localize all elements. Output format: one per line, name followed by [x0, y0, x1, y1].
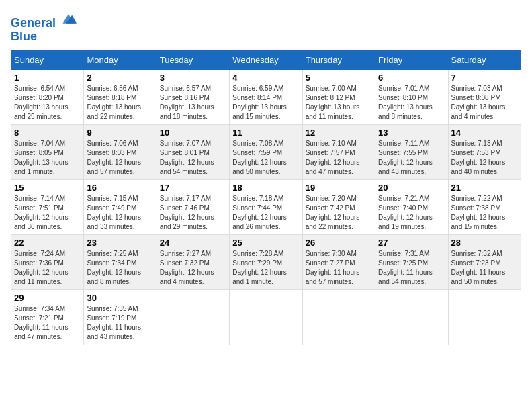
day-number: 2: [87, 73, 153, 83]
calendar-cell: [157, 289, 229, 345]
calendar-cell: [375, 289, 448, 345]
calendar-cell: 1Sunrise: 6:54 AMSunset: 8:20 PMDaylight…: [11, 69, 84, 124]
day-info: Sunrise: 7:08 AMSunset: 7:59 PMDaylight:…: [232, 139, 299, 177]
calendar-cell: 25Sunrise: 7:28 AMSunset: 7:29 PMDayligh…: [230, 234, 302, 289]
day-number: 28: [451, 238, 518, 248]
day-info: Sunrise: 7:01 AMSunset: 8:10 PMDaylight:…: [378, 84, 445, 122]
weekday-header: Sunday: [11, 50, 84, 69]
day-info: Sunrise: 7:24 AMSunset: 7:36 PMDaylight:…: [14, 249, 81, 287]
calendar-week-row: 1Sunrise: 6:54 AMSunset: 8:20 PMDaylight…: [11, 69, 521, 124]
calendar-cell: 11Sunrise: 7:08 AMSunset: 7:59 PMDayligh…: [230, 124, 302, 179]
day-number: 24: [160, 238, 226, 248]
day-info: Sunrise: 7:07 AMSunset: 8:01 PMDaylight:…: [160, 139, 226, 177]
logo-text: General: [11, 11, 77, 30]
day-number: 29: [14, 293, 81, 303]
day-number: 10: [160, 128, 226, 138]
day-number: 14: [451, 128, 518, 138]
day-info: Sunrise: 7:35 AMSunset: 7:19 PMDaylight:…: [87, 304, 153, 342]
logo-blue: Blue: [11, 30, 77, 44]
day-info: Sunrise: 7:28 AMSunset: 7:29 PMDaylight:…: [232, 249, 299, 287]
day-info: Sunrise: 7:00 AMSunset: 8:12 PMDaylight:…: [306, 84, 372, 122]
day-number: 15: [14, 183, 81, 193]
day-info: Sunrise: 7:04 AMSunset: 8:05 PMDaylight:…: [14, 139, 81, 177]
calendar-cell: 16Sunrise: 7:15 AMSunset: 7:49 PMDayligh…: [84, 179, 157, 234]
calendar-cell: 9Sunrise: 7:06 AMSunset: 8:03 PMDaylight…: [84, 124, 157, 179]
calendar-cell: 10Sunrise: 7:07 AMSunset: 8:01 PMDayligh…: [157, 124, 229, 179]
calendar-week-row: 22Sunrise: 7:24 AMSunset: 7:36 PMDayligh…: [11, 234, 521, 289]
day-info: Sunrise: 6:56 AMSunset: 8:18 PMDaylight:…: [87, 84, 153, 122]
calendar-cell: 7Sunrise: 7:03 AMSunset: 8:08 PMDaylight…: [448, 69, 521, 124]
day-info: Sunrise: 7:27 AMSunset: 7:32 PMDaylight:…: [160, 249, 226, 287]
calendar-cell: 6Sunrise: 7:01 AMSunset: 8:10 PMDaylight…: [375, 69, 448, 124]
day-number: 23: [87, 238, 153, 248]
calendar-cell: [448, 289, 521, 345]
day-number: 5: [306, 73, 372, 83]
calendar-cell: 12Sunrise: 7:10 AMSunset: 7:57 PMDayligh…: [302, 124, 375, 179]
day-info: Sunrise: 6:57 AMSunset: 8:16 PMDaylight:…: [160, 84, 226, 122]
day-number: 27: [378, 238, 445, 248]
day-number: 26: [306, 238, 372, 248]
calendar-cell: 19Sunrise: 7:20 AMSunset: 7:42 PMDayligh…: [302, 179, 375, 234]
day-info: Sunrise: 7:17 AMSunset: 7:46 PMDaylight:…: [160, 194, 226, 232]
calendar-cell: 30Sunrise: 7:35 AMSunset: 7:19 PMDayligh…: [84, 289, 157, 345]
calendar-cell: 4Sunrise: 6:59 AMSunset: 8:14 PMDaylight…: [230, 69, 302, 124]
day-info: Sunrise: 7:30 AMSunset: 7:27 PMDaylight:…: [306, 249, 372, 287]
day-info: Sunrise: 7:03 AMSunset: 8:08 PMDaylight:…: [451, 84, 518, 122]
day-number: 13: [378, 128, 445, 138]
day-info: Sunrise: 7:20 AMSunset: 7:42 PMDaylight:…: [306, 194, 372, 232]
calendar-week-row: 8Sunrise: 7:04 AMSunset: 8:05 PMDaylight…: [11, 124, 521, 179]
page-header: General Blue: [11, 11, 521, 44]
day-number: 30: [87, 293, 153, 303]
day-number: 4: [232, 73, 299, 83]
day-info: Sunrise: 7:11 AMSunset: 7:55 PMDaylight:…: [378, 139, 445, 177]
day-number: 25: [232, 238, 299, 248]
calendar-cell: 14Sunrise: 7:13 AMSunset: 7:53 PMDayligh…: [448, 124, 521, 179]
calendar-cell: 28Sunrise: 7:32 AMSunset: 7:23 PMDayligh…: [448, 234, 521, 289]
day-info: Sunrise: 7:13 AMSunset: 7:53 PMDaylight:…: [451, 139, 518, 177]
calendar-cell: 20Sunrise: 7:21 AMSunset: 7:40 PMDayligh…: [375, 179, 448, 234]
weekday-header: Saturday: [448, 50, 521, 69]
day-number: 7: [451, 73, 518, 83]
calendar-week-row: 15Sunrise: 7:14 AMSunset: 7:51 PMDayligh…: [11, 179, 521, 234]
logo: General Blue: [11, 11, 77, 44]
day-info: Sunrise: 6:59 AMSunset: 8:14 PMDaylight:…: [232, 84, 299, 122]
calendar-table: SundayMondayTuesdayWednesdayThursdayFrid…: [11, 50, 521, 345]
calendar-cell: [230, 289, 302, 345]
day-number: 16: [87, 183, 153, 193]
day-number: 11: [232, 128, 299, 138]
calendar-cell: 23Sunrise: 7:25 AMSunset: 7:34 PMDayligh…: [84, 234, 157, 289]
weekday-header-row: SundayMondayTuesdayWednesdayThursdayFrid…: [11, 50, 521, 69]
day-info: Sunrise: 7:18 AMSunset: 7:44 PMDaylight:…: [232, 194, 299, 232]
calendar-cell: 21Sunrise: 7:22 AMSunset: 7:38 PMDayligh…: [448, 179, 521, 234]
day-info: Sunrise: 7:32 AMSunset: 7:23 PMDaylight:…: [451, 249, 518, 287]
day-number: 12: [306, 128, 372, 138]
day-info: Sunrise: 7:34 AMSunset: 7:21 PMDaylight:…: [14, 304, 81, 342]
day-info: Sunrise: 7:06 AMSunset: 8:03 PMDaylight:…: [87, 139, 153, 177]
day-info: Sunrise: 7:10 AMSunset: 7:57 PMDaylight:…: [306, 139, 372, 177]
calendar-cell: 17Sunrise: 7:17 AMSunset: 7:46 PMDayligh…: [157, 179, 229, 234]
day-info: Sunrise: 7:15 AMSunset: 7:49 PMDaylight:…: [87, 194, 153, 232]
weekday-header: Thursday: [302, 50, 375, 69]
weekday-header: Tuesday: [157, 50, 229, 69]
day-info: Sunrise: 7:21 AMSunset: 7:40 PMDaylight:…: [378, 194, 445, 232]
calendar-cell: 15Sunrise: 7:14 AMSunset: 7:51 PMDayligh…: [11, 179, 84, 234]
weekday-header: Friday: [375, 50, 448, 69]
weekday-header: Wednesday: [230, 50, 302, 69]
day-info: Sunrise: 7:22 AMSunset: 7:38 PMDaylight:…: [451, 194, 518, 232]
day-number: 17: [160, 183, 226, 193]
calendar-cell: 13Sunrise: 7:11 AMSunset: 7:55 PMDayligh…: [375, 124, 448, 179]
day-number: 8: [14, 128, 81, 138]
day-info: Sunrise: 7:31 AMSunset: 7:25 PMDaylight:…: [378, 249, 445, 287]
weekday-header: Monday: [84, 50, 157, 69]
logo-general: General: [11, 16, 56, 30]
day-number: 6: [378, 73, 445, 83]
day-info: Sunrise: 7:25 AMSunset: 7:34 PMDaylight:…: [87, 249, 153, 287]
calendar-week-row: 29Sunrise: 7:34 AMSunset: 7:21 PMDayligh…: [11, 289, 521, 345]
day-number: 22: [14, 238, 81, 248]
logo-icon: [60, 11, 77, 27]
day-info: Sunrise: 7:14 AMSunset: 7:51 PMDaylight:…: [14, 194, 81, 232]
calendar-cell: 27Sunrise: 7:31 AMSunset: 7:25 PMDayligh…: [375, 234, 448, 289]
day-info: Sunrise: 6:54 AMSunset: 8:20 PMDaylight:…: [14, 84, 81, 122]
calendar-cell: 5Sunrise: 7:00 AMSunset: 8:12 PMDaylight…: [302, 69, 375, 124]
day-number: 21: [451, 183, 518, 193]
